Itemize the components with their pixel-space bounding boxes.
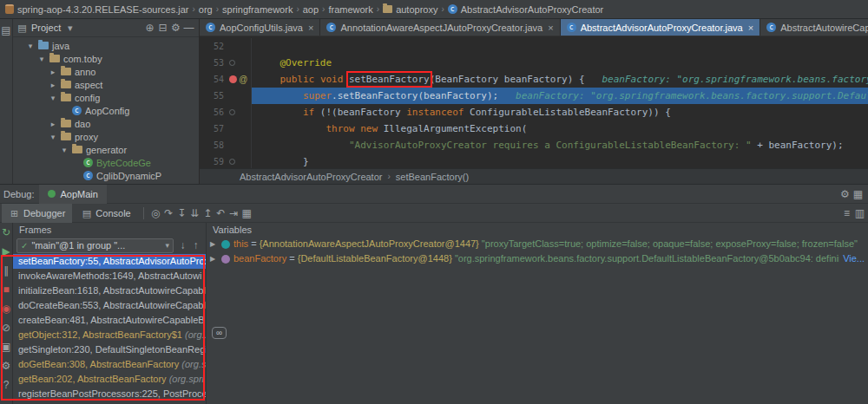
step-into-icon[interactable]: ↧ [175,207,188,219]
line-number[interactable]: 57 [200,121,229,137]
breadcrumb-item[interactable]: cAbstractAdvisorAutoProxyCreator [448,4,603,15]
resume-icon[interactable]: ▶ [0,245,13,257]
fold-icon[interactable] [229,159,235,165]
project-tool-icon[interactable]: ▤ [0,24,13,36]
code-area[interactable]: 5253 @Override54@ public void setBeanFac… [200,36,868,168]
step-over-icon[interactable]: ↷ [162,207,175,219]
tree-item-com.toby[interactable]: ▾com.toby [13,52,199,65]
fold-icon[interactable] [229,60,235,66]
close-icon[interactable]: × [748,23,753,33]
gutter[interactable] [229,104,252,121]
expanded-arrow-icon[interactable]: ▾ [37,55,46,63]
breadcrumb-item[interactable]: autoproxy [383,4,437,15]
frame-row[interactable]: doGetBean:308, AbstractBeanFactory (org.… [13,357,206,372]
step-out-icon[interactable]: ↥ [201,207,214,219]
line-number[interactable]: 52 [200,38,229,55]
layout-settings-icon[interactable]: ≡ [840,207,853,219]
mute-breakpoints-icon[interactable]: ⊘ [0,322,13,334]
expanded-arrow-icon[interactable]: ▾ [60,146,69,154]
close-icon[interactable]: × [548,23,553,33]
pause-icon[interactable]: ∥ [0,264,13,277]
gutter[interactable] [229,38,252,55]
force-step-into-icon[interactable]: ⇊ [188,207,201,219]
gutter[interactable] [229,121,252,137]
project-view-icon[interactable]: ▤ [16,22,28,34]
tree-item-java[interactable]: ▾java [13,39,199,52]
breadcrumb-item[interactable]: org [199,4,213,15]
line-number[interactable]: 56 [200,104,229,121]
locate-icon[interactable]: ⊕ [143,22,156,34]
gutter[interactable] [229,88,252,104]
frame-row[interactable]: getBean:202, AbstractBeanFactory (org.sp… [13,372,206,387]
collapsed-arrow-icon[interactable]: ▸ [49,81,57,89]
gutter[interactable] [229,55,252,71]
tree-item-anno[interactable]: ▸anno [13,65,199,78]
tab-aopmain[interactable]: AopMain [39,185,106,204]
expand-chevron-icon[interactable]: ▶ [210,237,218,251]
gutter[interactable] [229,153,252,168]
tab-AopConfigUtils.java[interactable]: cAopConfigUtils.java× [200,19,320,36]
frame-row[interactable]: setBeanFactory:55, AbstractAdvisorAutoPr… [13,254,206,269]
collapsed-arrow-icon[interactable]: ▸ [49,120,57,128]
tab-AbstractAutowireCapableBeanFactory.java[interactable]: cAbstractAutowireCapableBeanFactory.java… [760,19,868,36]
tree-item-aspect[interactable]: ▸aspect [13,78,199,91]
infinity-icon[interactable]: ∞ [212,327,227,339]
stop-icon[interactable]: ■ [0,283,13,296]
restore-layout-icon[interactable]: ▦ [852,188,865,200]
variable-row[interactable]: ▶this = {AnnotationAwareAspectJAutoProxy… [207,237,868,251]
line-number[interactable]: 59 [200,153,229,168]
gutter[interactable] [229,137,252,153]
expand-chevron-icon[interactable]: ▶ [210,251,218,266]
line-number[interactable]: 55 [200,88,229,104]
frame-row[interactable]: getObject:312, AbstractBeanFactory$1 (or… [13,328,206,342]
frame-row[interactable]: createBean:481, AbstractAutowireCapableB [13,313,206,328]
thread-dump-icon[interactable]: ▣ [0,341,13,353]
view-link[interactable]: Vie... [843,251,865,266]
expanded-arrow-icon[interactable]: ▾ [49,133,57,141]
collapse-all-icon[interactable]: ⊟ [156,22,169,34]
view-breakpoints-icon[interactable]: ◉ [0,303,13,315]
tab-console[interactable]: ▤ Console [74,204,137,223]
help-icon[interactable]: ? [0,379,13,391]
tab-debugger[interactable]: ⊞ Debugger [2,204,72,223]
tab-AnnotationAwareAspectJAutoProxyCreator.java[interactable]: cAnnotationAwareAspectJAutoProxyCreator.… [320,19,560,36]
breadcrumb-item[interactable]: spring-aop-4.3.20.RELEASE-sources.jar [5,4,188,15]
settings-gear-icon[interactable]: ⚙ [838,188,852,200]
show-execution-point-icon[interactable]: ◎ [149,207,162,219]
tree-item-cglibdynamicp[interactable]: cCglibDynamicP [13,169,199,182]
line-number[interactable]: 58 [200,137,229,153]
frame-row[interactable]: getSingleton:230, DefaultSingletonBeanRe… [13,342,206,357]
breadcrumb-item[interactable]: framework [328,4,372,15]
frame-row[interactable]: invokeAwareMethods:1649, AbstractAutowi [13,269,206,283]
drop-frame-icon[interactable]: ↶ [214,207,227,219]
breakpoint-icon[interactable] [229,75,237,83]
rerun-icon[interactable]: ↻ [0,226,13,238]
settings-gear-icon[interactable]: ⚙ [0,360,13,372]
expanded-arrow-icon[interactable]: ▾ [49,94,57,102]
gutter[interactable]: @ [229,71,252,88]
breadcrumb-item[interactable]: aop [303,4,319,15]
thread-dropdown[interactable]: ✓ "main"@1 in group "... ▾ [16,238,174,253]
frame-row[interactable]: registerBeanPostProcessors:225, PostProc… [13,387,206,401]
tree-item-aopconfig[interactable]: cAopConfig [13,104,199,117]
tree-item-config[interactable]: ▾config [13,91,199,104]
tree-item-generator[interactable]: ▾generator [13,143,199,156]
hide-panel-icon[interactable]: ― [182,22,195,34]
close-icon[interactable]: × [308,23,313,33]
line-number[interactable]: 54 [200,71,229,88]
expanded-arrow-icon[interactable]: ▾ [26,42,35,50]
frame-row[interactable]: doCreateBean:553, AbstractAutowireCapabl [13,298,206,313]
evaluate-expression-icon[interactable]: ▦ [240,207,253,219]
chevron-down-icon[interactable]: ▾ [64,22,76,34]
settings-gear-icon[interactable]: ⚙ [169,22,182,34]
frame-row[interactable]: initializeBean:1618, AbstractAutowireCap… [13,283,206,298]
next-frame-icon[interactable]: ↓ [176,239,189,251]
fold-icon[interactable] [229,109,235,115]
breadcrumb-method[interactable]: setBeanFactory() [396,172,469,182]
tree-item-proxy[interactable]: ▾proxy [13,130,199,143]
collapsed-arrow-icon[interactable]: ▸ [49,68,57,76]
variable-row[interactable]: ▶beanFactory = {DefaultListableBeanFacto… [207,251,868,266]
tree-item-bytecodege[interactable]: cByteCodeGe [13,156,199,169]
line-number[interactable]: 53 [200,55,229,71]
pin-tab-icon[interactable]: ▥ [853,207,866,219]
